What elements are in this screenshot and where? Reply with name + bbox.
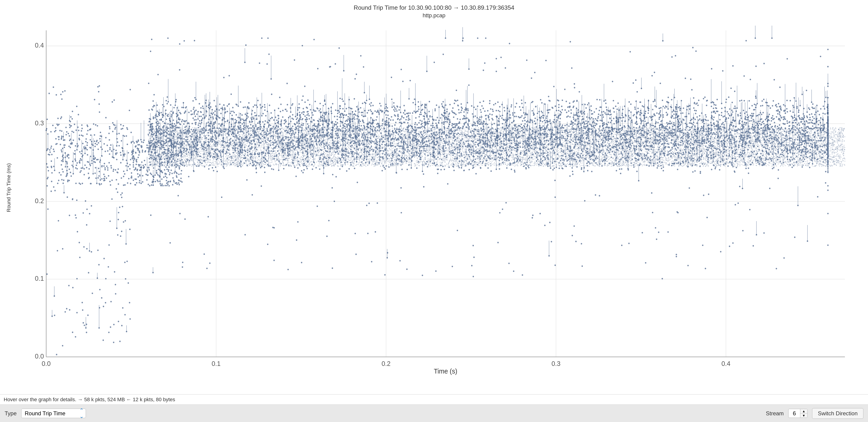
svg-point-2750 <box>641 88 642 89</box>
svg-point-20068 <box>425 155 426 156</box>
svg-point-21447 <box>378 152 379 152</box>
svg-point-19339 <box>641 138 642 139</box>
svg-point-12990 <box>747 162 748 163</box>
svg-point-6903 <box>155 116 157 117</box>
svg-point-21949 <box>474 161 475 162</box>
svg-point-13203 <box>644 140 645 141</box>
svg-point-14488 <box>221 158 222 159</box>
svg-point-22087 <box>753 156 754 157</box>
svg-point-15142 <box>834 140 835 141</box>
svg-point-4713 <box>209 108 210 109</box>
svg-point-21153 <box>175 134 175 135</box>
svg-point-10812 <box>267 147 268 147</box>
svg-point-16666 <box>568 129 569 130</box>
svg-point-21915 <box>304 164 305 165</box>
svg-point-7331 <box>538 111 540 112</box>
svg-point-21853 <box>149 165 150 166</box>
stream-down-arrow[interactable]: ▼ <box>800 414 807 418</box>
svg-point-17717 <box>592 128 593 129</box>
svg-point-10657 <box>341 157 342 158</box>
svg-point-2418 <box>572 122 573 123</box>
svg-point-20570 <box>675 143 676 144</box>
svg-point-20325 <box>758 161 759 162</box>
svg-point-23171 <box>838 144 839 145</box>
svg-point-14769 <box>736 137 737 138</box>
svg-point-15055 <box>450 143 451 144</box>
svg-point-3912 <box>206 124 207 126</box>
svg-point-23562 <box>791 163 792 164</box>
svg-point-14370 <box>323 152 324 152</box>
svg-point-10087 <box>436 141 437 142</box>
svg-point-18628 <box>527 160 528 161</box>
svg-point-6575 <box>696 102 698 104</box>
svg-point-5990 <box>265 115 267 116</box>
svg-point-17341 <box>722 152 723 152</box>
svg-point-10193 <box>295 140 296 141</box>
svg-point-848 <box>77 145 79 146</box>
svg-point-11484 <box>394 162 395 163</box>
svg-point-20795 <box>282 161 283 162</box>
type-select[interactable]: Round Trip TimeThroughputWindow Scaling <box>21 409 86 418</box>
svg-point-14484 <box>631 154 632 155</box>
stream-up-arrow[interactable]: ▲ <box>800 409 807 414</box>
switch-direction-button[interactable]: Switch Direction <box>812 408 863 419</box>
svg-point-15650 <box>279 160 280 161</box>
svg-point-4762 <box>426 71 428 72</box>
svg-point-13534 <box>617 152 617 153</box>
svg-point-22324 <box>641 134 642 135</box>
svg-point-23623 <box>256 163 257 163</box>
svg-point-11917 <box>765 137 766 138</box>
svg-point-21342 <box>800 140 801 141</box>
svg-point-21804 <box>232 162 233 163</box>
svg-point-17469 <box>491 129 492 130</box>
svg-point-19002 <box>158 147 159 148</box>
svg-point-19633 <box>509 131 510 132</box>
svg-point-12048 <box>205 144 206 145</box>
svg-point-15027 <box>492 142 492 143</box>
svg-point-952 <box>70 116 71 118</box>
svg-point-19896 <box>842 154 843 155</box>
svg-point-20668 <box>424 135 425 136</box>
svg-point-10543 <box>543 129 544 130</box>
svg-point-19198 <box>478 149 479 150</box>
svg-point-19634 <box>730 146 731 147</box>
svg-point-19200 <box>815 152 816 153</box>
svg-point-22772 <box>190 159 191 160</box>
svg-point-21646 <box>409 154 409 155</box>
svg-point-22844 <box>275 156 276 157</box>
svg-point-14772 <box>649 159 650 160</box>
svg-point-22369 <box>167 133 168 134</box>
svg-point-19166 <box>243 140 244 140</box>
svg-point-16797 <box>500 134 501 135</box>
svg-point-22320 <box>406 151 407 152</box>
svg-point-23621 <box>479 154 480 155</box>
svg-point-7489 <box>356 126 358 127</box>
svg-point-14312 <box>525 128 526 129</box>
svg-point-22821 <box>234 133 235 134</box>
svg-point-14229 <box>652 132 653 132</box>
svg-point-9914 <box>305 155 306 156</box>
svg-point-7865 <box>680 140 682 141</box>
svg-point-7624 <box>567 149 569 150</box>
svg-point-22547 <box>425 159 426 160</box>
svg-point-13757 <box>644 133 644 134</box>
svg-point-15654 <box>318 133 319 134</box>
svg-point-20505 <box>265 133 266 134</box>
svg-point-20312 <box>625 140 626 140</box>
svg-point-8243 <box>573 119 575 120</box>
svg-point-12878 <box>763 151 764 152</box>
svg-point-8161 <box>535 147 537 149</box>
svg-point-14981 <box>501 152 502 153</box>
svg-point-5992 <box>558 110 559 111</box>
svg-point-866 <box>121 325 122 326</box>
svg-point-22566 <box>187 165 188 166</box>
svg-point-17444 <box>304 142 305 143</box>
svg-point-15406 <box>808 134 809 135</box>
svg-point-22628 <box>646 140 647 141</box>
svg-point-15950 <box>345 128 346 129</box>
svg-point-753 <box>81 167 82 169</box>
svg-point-20091 <box>458 152 459 153</box>
svg-point-21925 <box>191 157 192 158</box>
svg-point-16190 <box>205 128 206 129</box>
svg-point-11015 <box>398 154 399 155</box>
